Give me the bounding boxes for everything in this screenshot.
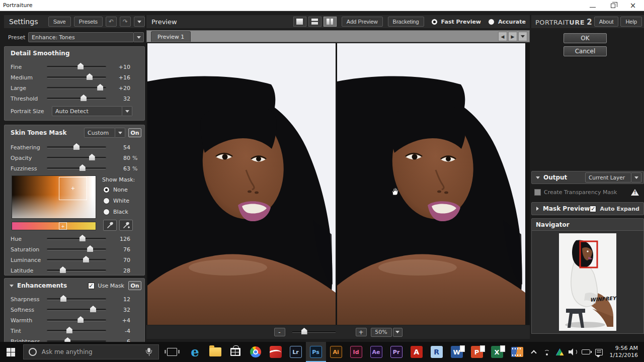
luminance-slider[interactable] (47, 259, 106, 261)
redo-button[interactable]: ↷ (120, 17, 131, 27)
enhancements-on-button[interactable]: On (128, 281, 141, 290)
slider-thumb[interactable] (89, 154, 95, 160)
warmth-slider[interactable] (47, 319, 106, 321)
taskbar-app-lightroom[interactable]: Lr (286, 342, 306, 362)
restore-button[interactable] (603, 0, 623, 11)
taskbar-app-after-effects[interactable]: Ae (366, 342, 386, 362)
collapse-arrow-icon[interactable] (536, 176, 540, 179)
taskbar-app-illustrator[interactable]: Ai (326, 342, 346, 362)
latitude-slider[interactable] (47, 269, 106, 272)
accurate-radio[interactable]: Accurate (488, 19, 526, 25)
threshold-slider[interactable] (47, 98, 106, 100)
feathering-slider[interactable] (47, 146, 106, 148)
preset-dropdown-arrow[interactable] (134, 32, 144, 42)
hue-strip[interactable] (12, 222, 96, 230)
taskbar-clock[interactable]: 9:56 AM 1/12/2016 (610, 345, 638, 359)
slider-thumb[interactable] (301, 328, 307, 334)
zoom-out-button[interactable]: - (274, 328, 285, 336)
auto-expand-checkbox[interactable]: ✓ (590, 206, 596, 212)
taskbar-app-movie-maker[interactable] (507, 342, 527, 362)
slider-thumb[interactable] (90, 306, 96, 312)
about-button[interactable]: About (594, 17, 619, 27)
slider-thumb[interactable] (66, 327, 72, 333)
tab-preview-1[interactable]: Preview 1 (151, 31, 191, 42)
zoom-in-button[interactable]: + (356, 328, 367, 336)
show-mask-option-white[interactable]: White (103, 198, 129, 204)
fuzziness-slider[interactable] (47, 167, 106, 169)
zoom-level-value[interactable]: 50% (371, 328, 392, 337)
ok-button[interactable]: OK (564, 33, 607, 43)
radio-selected-icon[interactable] (103, 187, 110, 193)
eyedropper-button[interactable] (103, 220, 117, 231)
volume-status[interactable] (567, 342, 580, 362)
slider-thumb[interactable] (73, 143, 79, 150)
power-status[interactable] (580, 342, 593, 362)
cortana-search-box[interactable]: Ask me anything (23, 344, 159, 359)
action-center-button[interactable] (593, 342, 606, 362)
task-view-button[interactable] (167, 348, 177, 356)
eyedropper-add-button[interactable] (119, 220, 133, 231)
cancel-button[interactable]: Cancel (564, 46, 607, 56)
taskbar-app-store[interactable] (225, 342, 246, 362)
taskbar-app-excel[interactable]: X (487, 342, 507, 362)
medium-slider[interactable] (47, 76, 106, 78)
settings-menu-button[interactable] (134, 17, 145, 27)
preset-dropdown[interactable]: Enhance: Tones (28, 32, 134, 42)
output-dropdown-arrow[interactable] (631, 172, 641, 183)
slider-thumb[interactable] (79, 164, 86, 171)
tab-scroll-right-button[interactable]: ▶ (508, 32, 517, 41)
start-button[interactable] (0, 342, 22, 362)
slider-thumb[interactable] (79, 235, 86, 241)
view-split-horizontal-button[interactable] (308, 17, 321, 27)
collapse-arrow-icon[interactable] (10, 285, 14, 287)
taskbar-app-sketchbook[interactable] (266, 342, 286, 362)
large-slider[interactable] (47, 87, 106, 89)
preview-zoom-slider[interactable] (292, 331, 336, 333)
preview-image-after[interactable] (337, 43, 525, 325)
presets-button[interactable]: Presets (74, 17, 103, 27)
mask-preset-dropdown-arrow[interactable] (115, 128, 125, 138)
portrait-size-dropdown-arrow[interactable] (122, 106, 132, 116)
slider-thumb[interactable] (64, 337, 70, 342)
help-button[interactable]: Help (620, 17, 642, 27)
radio-selected-icon[interactable] (431, 19, 438, 25)
bracketing-button[interactable]: Bracketing (388, 17, 424, 27)
output-dropdown[interactable]: Current Layer (585, 172, 631, 183)
navigator-thumbnail[interactable] (559, 233, 616, 331)
color-picker-selection[interactable] (59, 177, 87, 200)
show-mask-option-none[interactable]: None (103, 187, 128, 193)
slider-thumb[interactable] (87, 73, 93, 80)
taskbar-app-indesign[interactable]: Id (346, 342, 366, 362)
tint-slider[interactable] (47, 330, 106, 332)
slider-thumb[interactable] (60, 295, 66, 302)
use-mask-checkbox[interactable]: ✓ (88, 283, 95, 289)
add-preview-button[interactable]: Add Preview (342, 17, 383, 27)
microphone-icon[interactable] (145, 348, 152, 356)
sharpness-slider[interactable] (47, 298, 106, 300)
zoom-level-dropdown[interactable] (393, 328, 403, 337)
portrait-size-dropdown[interactable]: Auto Detect (52, 106, 122, 116)
tray-overflow-button[interactable] (527, 342, 540, 362)
mask-preset-dropdown[interactable]: Custom (84, 128, 115, 138)
skin-tone-color-picker[interactable] (12, 175, 96, 219)
taskbar-app-autocad[interactable]: A (407, 342, 427, 362)
radio-icon[interactable] (103, 209, 110, 215)
hue-slider[interactable] (47, 238, 106, 240)
minimize-button[interactable] (583, 0, 603, 11)
transparency-mask-checkbox[interactable] (534, 189, 541, 196)
hue-selection[interactable] (59, 222, 67, 230)
radio-icon[interactable] (103, 198, 110, 204)
view-single-button[interactable] (293, 17, 306, 27)
taskbar-app-premiere[interactable]: Pr (386, 342, 407, 362)
taskbar-app-edge[interactable]: e (185, 342, 205, 362)
slider-thumb[interactable] (87, 245, 93, 252)
wifi-status[interactable] (540, 342, 553, 362)
taskbar-app-revit[interactable]: R (427, 342, 447, 362)
undo-button[interactable]: ↶ (106, 17, 117, 27)
taskbar-app-chrome[interactable] (246, 342, 266, 362)
taskbar-app-file-explorer[interactable] (205, 342, 225, 362)
taskbar-app-powerpoint[interactable]: P (467, 342, 487, 362)
view-split-vertical-button[interactable] (324, 17, 337, 27)
slider-thumb[interactable] (77, 316, 84, 323)
fast-preview-radio[interactable]: Fast Preview (431, 19, 481, 25)
